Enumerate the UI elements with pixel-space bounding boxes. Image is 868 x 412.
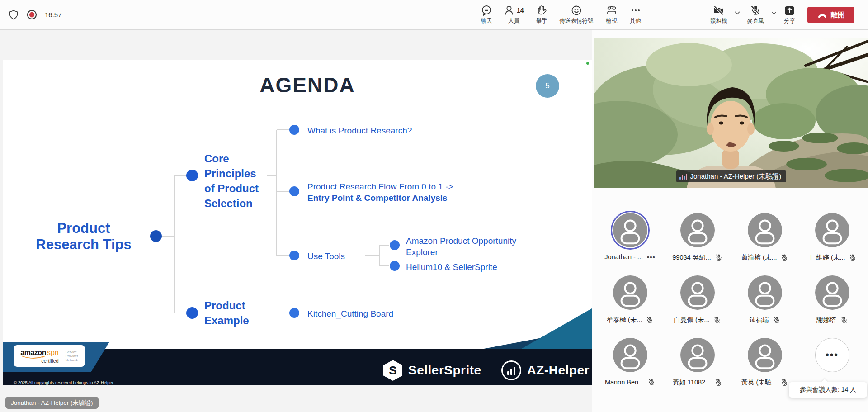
topbar-status-group: 16:57: [8, 0, 62, 29]
microphone-button[interactable]: 麥克風: [741, 4, 770, 25]
participant-tile[interactable]: 蕭渝榕 (未...: [731, 211, 798, 273]
leave-label: 離開: [831, 11, 844, 19]
mic-off-icon: [646, 316, 653, 324]
presenter-label: Jonathan - AZ-Helper (未驗證): [5, 397, 99, 409]
mindmap-item-helium-sellersprite: Helium10 & SellerSprite: [406, 261, 497, 273]
participant-options-icon[interactable]: •••: [647, 254, 656, 260]
avatar: [748, 213, 782, 247]
avatar: [815, 275, 849, 310]
avatar: •••: [815, 338, 849, 372]
microphone-options-chevron-icon[interactable]: [770, 9, 778, 17]
person-icon: [680, 338, 715, 372]
chat-bubble-icon: [481, 5, 492, 16]
participant-tile[interactable]: 黃英 (未驗...: [731, 336, 798, 398]
slide-title: AGENDA: [194, 73, 420, 97]
more-button[interactable]: 其他: [624, 4, 647, 25]
mindmap-item-kitchen-cutting-board: Kitchen_Cutting Board: [307, 308, 393, 319]
mic-off-icon: [648, 378, 655, 386]
microphone-label: 麥克風: [747, 17, 764, 25]
azhelper-wordmark: AZ-Helper: [527, 363, 590, 378]
avatar: [680, 275, 715, 310]
participant-tile[interactable]: Jonathan - ... •••: [596, 211, 664, 273]
person-icon: [613, 275, 647, 310]
page-number-badge: 5: [536, 74, 559, 98]
participant-tile[interactable]: 白曼儂 (未...: [664, 273, 731, 336]
azhelper-icon: [501, 360, 521, 380]
participant-grid: Jonathan - ... ••• 99034 吳紹...: [596, 211, 866, 398]
sellersprite-icon: S: [383, 360, 402, 381]
participant-name: 白曼儂 (未...: [674, 316, 710, 324]
speaker-name: Jonathan - AZ-Helper (未驗證): [690, 172, 782, 181]
participant-name: 王 維婷 (未...: [808, 253, 845, 262]
ellipsis-icon: [630, 5, 642, 16]
mic-off-icon: [715, 254, 722, 262]
chat-label: 聊天: [481, 17, 492, 25]
avatar: [613, 213, 647, 247]
mic-off-icon: [849, 254, 856, 262]
people-icon: [504, 5, 515, 16]
spn-network-label: Service Provider Network: [66, 350, 78, 362]
send-emoji-label: 傳送表情符號: [560, 17, 594, 25]
raise-hand-button[interactable]: 舉手: [530, 4, 554, 25]
avatar: [815, 213, 849, 247]
participant-count-tooltip: 參與會議人數: 14 人: [789, 382, 867, 398]
shield-icon: [8, 9, 19, 21]
camera-options-chevron-icon[interactable]: [733, 9, 741, 17]
participant-tile[interactable]: 牟泰極 (未...: [596, 273, 664, 336]
mic-off-icon: [781, 254, 788, 262]
share-screen-icon: [784, 5, 795, 16]
participant-name: 牟泰極 (未...: [607, 316, 642, 324]
avatar-ring: [611, 211, 650, 250]
participant-tile[interactable]: 鍾福瑞: [731, 273, 798, 336]
topbar-actions: 聊天 14 人員 舉手: [475, 0, 647, 33]
avatar-ring: [678, 336, 717, 374]
people-button[interactable]: 14 人員: [498, 4, 530, 25]
mindmap-branch-core-principles: Core Principles of Product Selection: [204, 151, 281, 211]
speaker-video-tile[interactable]: Jonathan - AZ-Helper (未驗證): [594, 38, 868, 188]
person-icon: [613, 338, 647, 372]
participant-tile[interactable]: 王 維婷 (未...: [798, 211, 866, 273]
mindmap-item-opportunity-explorer: Amazon Product Opportunity Explorer: [406, 235, 519, 258]
avatar-ring: [745, 211, 784, 250]
recording-icon: [27, 9, 37, 20]
person-icon: [815, 213, 849, 247]
participant-tile[interactable]: 黃如 11082...: [664, 336, 731, 398]
more-participants-icon: •••: [826, 350, 839, 360]
avatar-ring: [745, 273, 784, 312]
slide-footer-logos: S SellerSprite AZ-Helper: [383, 359, 590, 382]
mindmap-item-use-tools: Use Tools: [307, 251, 345, 262]
camera-label: 照相機: [710, 17, 727, 25]
share-button[interactable]: 分享: [778, 4, 801, 25]
chat-button[interactable]: 聊天: [475, 4, 498, 25]
leave-button[interactable]: 離開: [807, 7, 854, 23]
mindmap-item-research-flow: Product Research Flow From 0 to 1 -> Ent…: [307, 181, 470, 204]
smiley-icon: [571, 5, 582, 16]
camera-off-icon: [713, 5, 725, 16]
people-label: 人員: [508, 17, 519, 25]
avatar-ring: •••: [813, 336, 852, 374]
participant-tile[interactable]: 謝娜塔: [798, 273, 866, 336]
avatar-ring: [678, 211, 717, 250]
camera-button[interactable]: 照相機: [704, 4, 733, 25]
participant-name: 黃如 11082...: [673, 378, 711, 387]
avatar-ring: [611, 336, 650, 374]
share-indicator-dot: [586, 62, 589, 65]
person-icon: [748, 338, 782, 372]
participant-tile[interactable]: Manon Ben...: [596, 336, 664, 398]
meeting-topbar: 16:57 聊天 14 人員: [0, 0, 868, 30]
send-emoji-button[interactable]: 傳送表情符號: [554, 4, 599, 25]
participant-tile[interactable]: 99034 吳紹...: [664, 211, 731, 273]
avatar: [680, 338, 715, 372]
avatar: [613, 338, 647, 372]
meeting-time: 16:57: [45, 11, 62, 19]
azhelper-logo: AZ-Helper: [501, 360, 590, 380]
raise-hand-icon: [536, 5, 548, 17]
avatar-ring: [813, 273, 852, 312]
mic-off-icon: [713, 316, 721, 324]
view-button[interactable]: 檢視: [599, 4, 624, 25]
participant-name: Jonathan - ...: [604, 253, 643, 260]
participant-name: 黃英 (未驗...: [741, 378, 777, 387]
more-label: 其他: [630, 17, 641, 25]
person-icon: [680, 213, 715, 247]
mindmap-item-what-is-product-research: What is Product Research?: [307, 125, 412, 136]
